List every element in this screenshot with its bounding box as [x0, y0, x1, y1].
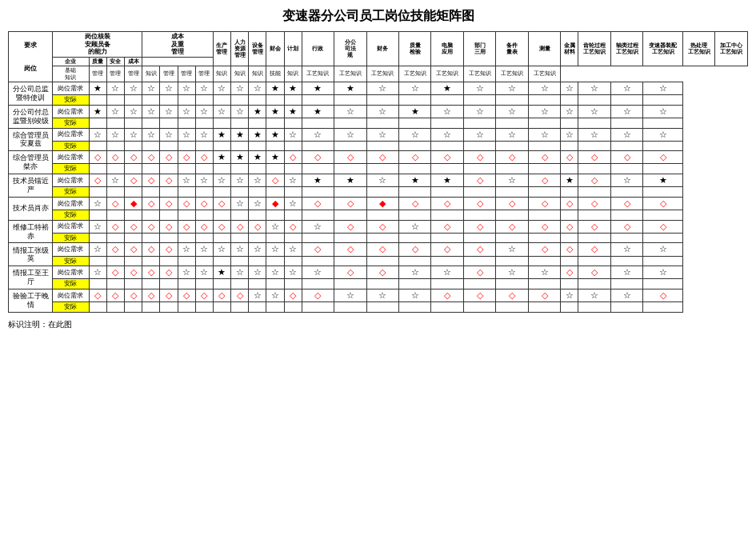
- level-cell-8-21: [578, 279, 610, 289]
- level-cell-4-11: [284, 187, 302, 198]
- cell-0-3: ☆: [142, 82, 160, 94]
- cell-4-20: ★: [561, 174, 578, 187]
- level-cell-6-20: [561, 233, 578, 243]
- cell-7-19: ◇: [528, 243, 560, 256]
- level-cell-2-2: [125, 141, 142, 151]
- level-cell-9-15: [399, 302, 431, 313]
- level-cell-2-11: [284, 141, 302, 151]
- sub9: 知识: [213, 66, 230, 82]
- level-cell-7-7: [213, 256, 230, 266]
- req-header: 要求岗位: [9, 32, 53, 82]
- cell-4-16: ★: [431, 174, 463, 187]
- level-cell-5-1: [106, 210, 124, 221]
- cell-8-14: ◇: [366, 266, 398, 279]
- cell-4-12: ★: [302, 174, 334, 187]
- level-cell-1-14: [366, 118, 398, 128]
- level-cell-7-2: [125, 256, 142, 266]
- level-cell-2-17: [463, 141, 495, 151]
- level-cell-4-17: [463, 187, 495, 198]
- cell-9-1: ◇: [106, 289, 124, 301]
- level-cell-9-9: [249, 302, 266, 313]
- level-cell-5-2: [125, 210, 142, 221]
- cell-6-11: ◇: [284, 220, 302, 233]
- cell-0-2: ☆: [125, 82, 142, 94]
- level-cell-6-22: [610, 233, 642, 243]
- cell-4-9: ☆: [249, 174, 266, 187]
- level-cell-4-14: [366, 187, 398, 198]
- cell-7-20: ◇: [561, 243, 578, 256]
- cell-8-9: ☆: [249, 266, 266, 279]
- level-cell-5-17: [463, 210, 495, 221]
- level-cell-5-5: [178, 210, 195, 221]
- cell-0-12: ★: [302, 82, 334, 94]
- cell-5-7: ◇: [213, 197, 230, 210]
- cell-2-23: ☆: [643, 128, 683, 141]
- cell-6-0: ☆: [89, 220, 106, 233]
- cell-1-13: ☆: [334, 105, 366, 118]
- cell-7-2: ◇: [125, 243, 142, 256]
- level-cell-5-7: [213, 210, 230, 221]
- level-label-8: 安际: [53, 279, 90, 289]
- level-cell-7-19: [528, 256, 560, 266]
- cell-5-13: ◇: [334, 197, 366, 210]
- cell-3-19: ◇: [528, 151, 560, 164]
- level-cell-1-9: [249, 118, 266, 128]
- level-cell-1-23: [643, 118, 683, 128]
- cell-1-10: ★: [266, 105, 284, 118]
- cell-8-20: ◇: [561, 266, 578, 279]
- cell-4-10: ◇: [266, 174, 284, 187]
- level-cell-7-3: [142, 256, 160, 266]
- sub14: 工艺知识: [302, 66, 334, 82]
- cell-8-23: ☆: [643, 266, 683, 279]
- cell-6-9: ◇: [249, 220, 266, 233]
- level-cell-2-3: [142, 141, 160, 151]
- cell-5-21: ◇: [578, 197, 610, 210]
- level-cell-3-10: [266, 164, 284, 174]
- cell-8-5: ☆: [178, 266, 195, 279]
- level-cell-2-21: [578, 141, 610, 151]
- level-cell-4-13: [334, 187, 366, 198]
- cell-3-15: ◇: [399, 151, 431, 164]
- level-cell-4-2: [125, 187, 142, 198]
- cell-9-18: ◇: [496, 289, 528, 301]
- level-cell-4-1: [106, 187, 124, 198]
- cell-7-5: ☆: [178, 243, 195, 256]
- level-cell-0-17: [463, 95, 495, 106]
- level-cell-4-8: [231, 187, 249, 198]
- level-cell-1-6: [195, 118, 213, 128]
- level-cell-3-5: [178, 164, 195, 174]
- cell-7-18: ☆: [496, 243, 528, 256]
- safe-header: 安全: [106, 57, 124, 66]
- level-cell-5-22: [610, 210, 642, 221]
- level-cell-3-22: [610, 164, 642, 174]
- level-cell-6-4: [160, 233, 178, 243]
- cell-8-7: ★: [213, 266, 230, 279]
- cell-2-19: ☆: [528, 128, 560, 141]
- level-cell-3-17: [463, 164, 495, 174]
- cell-1-5: ☆: [178, 105, 195, 118]
- cell-6-22: ◇: [610, 220, 642, 233]
- cell-8-10: ☆: [266, 266, 284, 279]
- level-cell-6-15: [399, 233, 431, 243]
- level-cell-4-10: [266, 187, 284, 198]
- cell-6-6: ◇: [195, 220, 213, 233]
- job-name-1: 分公司付总监暨别竣级: [9, 105, 53, 128]
- level-cell-0-10: [266, 95, 284, 106]
- level-cell-4-6: [195, 187, 213, 198]
- sub3: 管理: [106, 66, 124, 82]
- cell-3-4: ◇: [160, 151, 178, 164]
- cell-0-9: ☆: [249, 82, 266, 94]
- cell-3-3: ◇: [142, 151, 160, 164]
- cell-6-20: ◇: [561, 220, 578, 233]
- cell-1-0: ★: [89, 105, 106, 118]
- level-cell-7-20: [561, 256, 578, 266]
- prod-mgmt-header: 生产管理: [213, 32, 230, 66]
- fin2-header: 财务: [366, 32, 398, 66]
- mgmt-header: 成本及重管理: [142, 32, 214, 58]
- cell-1-4: ☆: [160, 105, 178, 118]
- cell-1-14: ☆: [366, 105, 398, 118]
- cell-8-3: ◇: [142, 266, 160, 279]
- cell-3-17: ◇: [463, 151, 495, 164]
- level-cell-6-13: [334, 233, 366, 243]
- cell-6-15: ☆: [399, 220, 431, 233]
